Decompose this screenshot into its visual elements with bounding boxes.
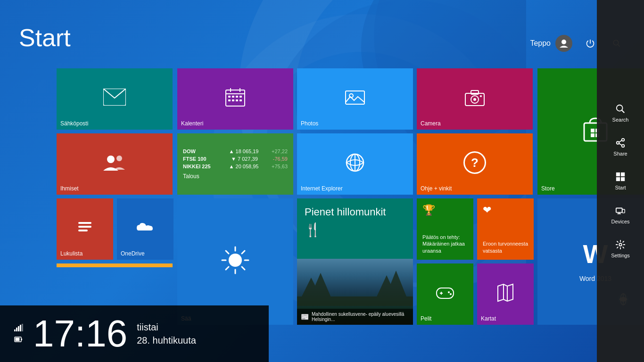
charm-devices[interactable]: Devices [597, 198, 644, 232]
small-tiles-row: Lukulista OneDrive [57, 198, 173, 260]
svg-point-5 [561, 40, 566, 44]
tile-camera-label: Camera [421, 120, 441, 127]
svg-rect-18 [228, 96, 231, 98]
svg-rect-75 [616, 177, 620, 181]
lock-date-text: 28. huhtikuuta [137, 335, 196, 346]
lock-day: tiistai [137, 322, 158, 332]
tile-onedrive-label: OneDrive [121, 250, 145, 257]
finance-row-1: DOW ▲ 18 065,19 +27,22 [183, 148, 288, 154]
svg-point-54 [450, 293, 452, 295]
svg-rect-13 [78, 230, 88, 231]
tile-onedrive[interactable]: OneDrive [117, 198, 173, 260]
svg-point-53 [448, 291, 450, 293]
svg-rect-35 [346, 91, 364, 104]
tile-sahkoposti[interactable]: Sähköposti [57, 68, 173, 130]
svg-rect-85 [20, 325, 21, 331]
tile-extra[interactable] [57, 263, 173, 267]
tile-ie[interactable]: Internet Explorer [297, 133, 413, 195]
tile-pelit[interactable]: Pelit [417, 263, 473, 325]
lock-time: 17:16 [33, 315, 127, 353]
svg-point-81 [619, 243, 622, 246]
charm-search[interactable]: Search [597, 96, 644, 130]
lock-date: tiistai 28. huhtikuuta [137, 321, 196, 347]
svg-line-34 [226, 267, 229, 270]
svg-rect-50 [437, 288, 454, 298]
svg-rect-86 [22, 324, 23, 331]
article2-title: Eroon turvonneesta vatsasta [483, 240, 528, 254]
svg-rect-59 [591, 129, 594, 132]
finance-row-3: NIKKEI 225 ▲ 20 058,95 +75,63 [183, 164, 288, 169]
news-title-area: Pienet hillomunkit 🍴 [297, 198, 413, 245]
svg-line-32 [242, 267, 245, 270]
tile-article2[interactable]: ❤ Eroon turvonneesta vatsasta [477, 198, 534, 260]
tile-talous[interactable]: DOW ▲ 18 065,19 +27,22 FTSE 100 ▼ 7 027,… [177, 133, 293, 195]
col-3: Photos Internet Explorer Pienet hillomun… [297, 68, 413, 325]
svg-rect-12 [78, 226, 91, 228]
tile-news[interactable]: Pienet hillomunkit 🍴 📰 M [297, 198, 413, 325]
tile-photos-label: Photos [301, 120, 318, 127]
svg-point-49 [480, 95, 482, 97]
news-caption: Mahdollinen sukellusvene- epäily alueves… [312, 312, 409, 322]
news-main-title: Pienet hillomunkit [305, 206, 405, 218]
svg-point-9 [107, 156, 115, 163]
col-2: Kalenteri DOW ▲ 18 065,19 +27,22 FTSE 10… [177, 68, 293, 325]
tile-photos[interactable]: Photos [297, 68, 413, 130]
user-info[interactable]: Teppo [530, 35, 572, 52]
svg-line-67 [622, 110, 625, 113]
svg-point-26 [229, 254, 242, 267]
svg-rect-82 [14, 329, 16, 331]
lock-overlay: 17:16 tiistai 28. huhtikuuta [0, 305, 269, 362]
charm-devices-label: Devices [611, 219, 629, 224]
svg-rect-14 [226, 90, 245, 106]
svg-rect-88 [16, 338, 20, 341]
tile-ohje-label: Ohje + vinkit [421, 185, 452, 192]
charm-start[interactable]: Start [597, 164, 644, 198]
article-tiles: 🏆 Päätös on tehty: Mäkäräinen jatkaa ura… [417, 198, 534, 325]
charms-bar: Search Share Start Devices Settings [597, 0, 644, 362]
tile-talous-label: Talous [183, 173, 288, 180]
status-icons [14, 324, 24, 344]
svg-point-47 [473, 98, 476, 101]
power-button[interactable] [582, 35, 599, 52]
tile-lukulista[interactable]: Lukulista [57, 198, 113, 260]
svg-marker-55 [498, 284, 513, 301]
svg-rect-83 [16, 328, 17, 331]
svg-rect-11 [78, 222, 91, 224]
charm-settings-label: Settings [611, 253, 630, 258]
tile-kalenteri[interactable]: Kalenteri [177, 68, 293, 130]
svg-rect-73 [616, 173, 620, 176]
tile-camera[interactable]: Camera [417, 68, 533, 130]
svg-rect-20 [236, 96, 238, 98]
svg-line-72 [619, 143, 622, 145]
user-name: Teppo [530, 39, 551, 48]
battery-icon [14, 335, 23, 344]
svg-rect-24 [236, 99, 238, 101]
svg-rect-23 [232, 99, 234, 101]
charm-settings[interactable]: Settings [597, 232, 644, 266]
col-4: Camera ? Ohje + vinkit 🏆 Päätös on tehty… [417, 68, 534, 325]
svg-line-71 [619, 140, 622, 142]
finance-row-2: FTSE 100 ▼ 7 027,39 -76,59 [183, 156, 288, 162]
svg-rect-76 [621, 177, 625, 181]
tile-ie-label: Internet Explorer [301, 185, 343, 192]
article1-title: Päätös on tehty: Mäkäräinen jatkaa uraan… [422, 234, 468, 254]
tile-kartat[interactable]: Kartat [477, 263, 534, 325]
svg-point-66 [617, 105, 623, 111]
tile-store-label: Store [541, 185, 555, 192]
svg-rect-77 [616, 208, 622, 213]
tile-ohje[interactable]: ? Ohje + vinkit [417, 133, 533, 195]
svg-rect-84 [18, 326, 19, 331]
svg-line-33 [242, 251, 245, 254]
charm-share[interactable]: Share [597, 130, 644, 164]
tile-sahkoposti-label: Sähköposti [60, 120, 88, 127]
tile-ihmiset[interactable]: Ihmiset [57, 133, 173, 195]
news-img-overlay: 📰 Mahdollinen sukellusvene- epäily aluev… [297, 309, 413, 325]
tile-kalenteri-label: Kalenteri [181, 120, 203, 127]
svg-rect-89 [21, 338, 22, 340]
news-restaurant-icon: 🍴 [305, 222, 405, 238]
svg-line-31 [226, 251, 229, 254]
charm-share-label: Share [613, 151, 627, 156]
svg-rect-25 [239, 99, 242, 101]
col-1: Sähköposti Ihmiset Lukulista [57, 68, 173, 325]
tile-article1[interactable]: 🏆 Päätös on tehty: Mäkäräinen jatkaa ura… [417, 198, 473, 260]
